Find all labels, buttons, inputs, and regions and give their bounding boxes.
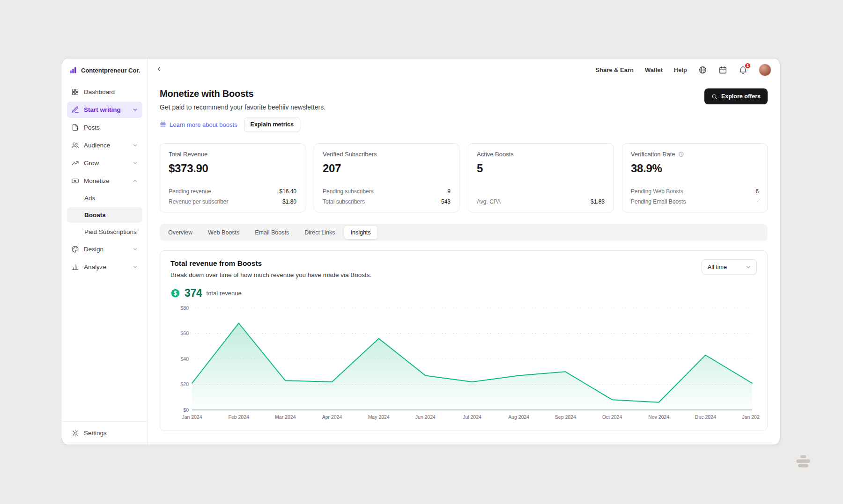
- stat-card-total-revenue: Total Revenue $373.90 Pending revenue $1…: [160, 143, 305, 212]
- sidebar-item-label: Settings: [84, 430, 107, 437]
- stat-value: 5: [477, 162, 605, 175]
- stat-subrow-label: Revenue per subscriber: [169, 198, 228, 205]
- stat-subrow-value: $1.80: [282, 198, 296, 205]
- sidebar-item-ads[interactable]: Ads: [67, 190, 142, 206]
- svg-text:$80: $80: [180, 305, 189, 311]
- svg-text:Dec 2024: Dec 2024: [695, 414, 716, 420]
- tab-web-boosts[interactable]: Web Boosts: [201, 225, 246, 240]
- stat-value: 38.9%: [631, 162, 759, 175]
- stat-subrow: Pending subscribers 9: [323, 188, 451, 195]
- sidebar-item-label: Ads: [84, 195, 95, 202]
- sidebar-item-dashboard[interactable]: Dashboard: [67, 84, 142, 100]
- page-content: Monetize with Boosts Get paid to recomme…: [148, 81, 780, 445]
- info-icon[interactable]: [678, 151, 684, 157]
- pencil-icon: [71, 106, 79, 114]
- stat-label: Verification Rate: [631, 151, 759, 158]
- svg-text:Jun 2024: Jun 2024: [415, 414, 436, 420]
- explain-metrics-button[interactable]: Explain metrics: [244, 117, 300, 132]
- page-subtitle: Get paid to recommend your favorite beeh…: [160, 103, 325, 111]
- palette-icon: [71, 245, 79, 253]
- stat-subrow-label: Total subscribers: [323, 198, 365, 205]
- notifications-bell-icon[interactable]: 1: [739, 66, 747, 74]
- page-header: Monetize with Boosts Get paid to recomme…: [160, 88, 768, 111]
- share-earn-link[interactable]: Share & Earn: [595, 66, 634, 73]
- stat-subrow-label: Avg. CPA: [477, 198, 501, 205]
- sidebar-item-start-writing[interactable]: Start writing: [67, 102, 142, 118]
- svg-text:$20: $20: [180, 381, 189, 387]
- time-range-select[interactable]: All time: [702, 259, 757, 275]
- main-area: Share & Earn Wallet Help 1 Monetize with…: [148, 58, 780, 445]
- svg-text:Feb 2024: Feb 2024: [229, 414, 250, 420]
- tab-overview[interactable]: Overview: [161, 225, 200, 240]
- stat-subrow-value: 543: [441, 198, 451, 205]
- tab-email-boosts[interactable]: Email Boosts: [248, 225, 296, 240]
- chevron-down-icon: [132, 142, 138, 148]
- chart-total-label: total revenue: [206, 290, 241, 297]
- stat-subrow-value: 9: [447, 188, 451, 195]
- learn-more-link[interactable]: Learn more about boosts: [160, 121, 237, 128]
- sidebar-item-label: Boosts: [84, 212, 106, 219]
- stat-subrow-value: -: [757, 198, 759, 205]
- topbar-right: Share & Earn Wallet Help 1: [595, 64, 771, 76]
- chart-subtitle: Break down over time of how much revenue…: [170, 271, 371, 278]
- svg-text:Jan 2024: Jan 2024: [182, 414, 202, 420]
- sidebar-item-label: Dashboard: [84, 88, 115, 95]
- sidebar-item-design[interactable]: Design: [67, 241, 142, 257]
- svg-text:$40: $40: [180, 356, 189, 362]
- banknote-icon: [71, 177, 79, 185]
- revenue-chart-card: Total revenue from Boosts Break down ove…: [160, 250, 768, 431]
- sidebar-item-label: Design: [84, 246, 104, 253]
- stat-subrow-label: Pending Web Boosts: [631, 188, 683, 195]
- stat-subrow: Pending revenue $16.40: [169, 188, 296, 195]
- tab-insights[interactable]: Insights: [344, 225, 378, 240]
- chevron-down-icon[interactable]: [132, 107, 138, 113]
- trending-up-icon: [71, 159, 79, 167]
- sidebar-item-grow[interactable]: Grow: [67, 155, 142, 171]
- chart-area: $0$20$40$60$80Jan 2024Feb 2024Mar 2024Ap…: [170, 304, 757, 424]
- stat-value: 207: [323, 162, 451, 175]
- svg-text:$60: $60: [180, 330, 189, 336]
- wallet-link[interactable]: Wallet: [645, 66, 663, 73]
- stat-label: Total Revenue: [169, 151, 296, 158]
- sidebar-item-paid-subscriptions[interactable]: Paid Subscriptions: [67, 224, 142, 240]
- sidebar-collapse-button[interactable]: [152, 63, 165, 76]
- sidebar-item-analyze[interactable]: Analyze: [67, 259, 142, 275]
- explore-offers-button[interactable]: Explore offers: [704, 88, 768, 104]
- workspace-name: Contentpreneur Cor...: [81, 67, 140, 74]
- svg-text:Aug 2024: Aug 2024: [508, 414, 529, 420]
- chevron-down-icon: [745, 264, 752, 270]
- sidebar-item-settings[interactable]: Settings: [62, 421, 147, 445]
- stats-row: Total Revenue $373.90 Pending revenue $1…: [160, 143, 768, 212]
- sidebar-item-audience[interactable]: Audience: [67, 137, 142, 153]
- sidebar-item-posts[interactable]: Posts: [67, 119, 142, 136]
- sidebar-item-monetize[interactable]: Monetize: [67, 173, 142, 189]
- svg-text:Jan 2025: Jan 2025: [742, 414, 760, 420]
- chart-total-value: 374: [185, 287, 202, 299]
- stat-card-verified-subscribers: Verified Subscribers 207 Pending subscri…: [314, 143, 459, 212]
- topbar: Share & Earn Wallet Help 1: [148, 58, 780, 81]
- calendar-icon[interactable]: [718, 66, 727, 74]
- chevron-down-icon: [132, 246, 138, 252]
- svg-text:Jul 2024: Jul 2024: [463, 414, 481, 420]
- chevron-down-icon: [132, 264, 138, 270]
- users-icon: [71, 141, 79, 149]
- sidebar-item-boosts[interactable]: Boosts: [67, 207, 142, 223]
- gift-icon: [160, 121, 166, 128]
- sidebar-item-label: Start writing: [84, 106, 121, 113]
- avatar[interactable]: [759, 64, 771, 76]
- stat-card-verification-rate: Verification Rate 38.9% Pending Web Boos…: [622, 143, 768, 212]
- chart-total-row: 374 total revenue: [170, 287, 757, 299]
- stat-subrow-label: Pending revenue: [169, 188, 211, 195]
- sidebar-item-label: Grow: [84, 160, 99, 167]
- time-range-value: All time: [708, 264, 727, 270]
- globe-icon[interactable]: [698, 66, 707, 74]
- workspace-switcher[interactable]: Contentpreneur Cor...: [62, 58, 147, 82]
- help-link[interactable]: Help: [674, 66, 687, 73]
- workspace-logo-icon: [69, 66, 77, 74]
- stat-value: $373.90: [169, 162, 296, 175]
- revenue-line-chart: $0$20$40$60$80Jan 2024Feb 2024Mar 2024Ap…: [170, 304, 760, 422]
- stat-subrow: Total subscribers 543: [323, 198, 451, 205]
- tab-direct-links[interactable]: Direct Links: [297, 225, 342, 240]
- stat-subrow-value: $1.83: [591, 198, 605, 205]
- chart-title: Total revenue from Boosts: [170, 259, 371, 268]
